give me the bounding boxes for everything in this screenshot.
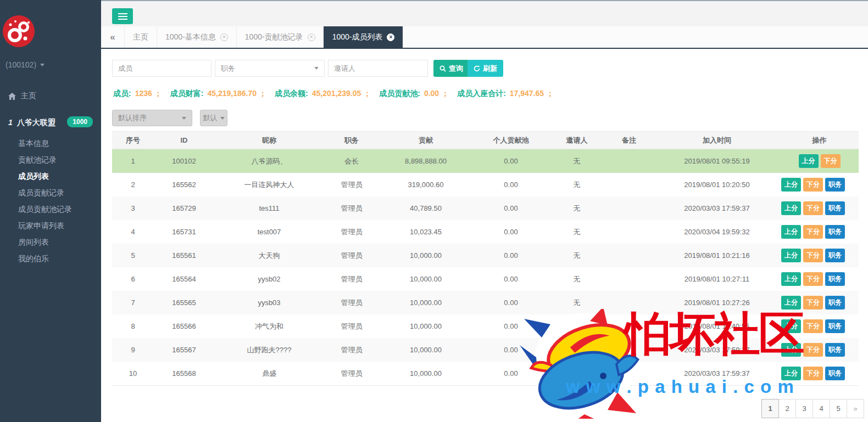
cell-personal-pool: 0.00	[472, 181, 549, 189]
set-role-button[interactable]: 职务	[825, 249, 845, 262]
sidebar-item[interactable]: 基本信息	[0, 135, 101, 151]
stat-separator: ；	[441, 89, 449, 98]
menu-toggle-button[interactable]	[112, 8, 133, 24]
column-header: 加入时间	[654, 136, 780, 145]
cell-actions: 上分下分职务踢出	[780, 367, 859, 380]
page-button[interactable]: 3	[796, 399, 813, 418]
user-id-dropdown[interactable]: (100102)	[5, 60, 44, 69]
page-button[interactable]: 1	[761, 399, 779, 418]
tab-label: 1000-成员列表	[332, 32, 383, 42]
deduct-score-button[interactable]: 下分	[803, 319, 823, 333]
cell-personal-pool: 0.00	[472, 299, 549, 307]
stat-value: 45,219,186.70	[208, 89, 257, 98]
add-score-button[interactable]: 上分	[781, 319, 801, 333]
cell-contribution: 10,000.00	[379, 275, 472, 283]
deduct-score-button[interactable]: 下分	[803, 343, 823, 357]
next-page-button[interactable]: »	[847, 399, 864, 418]
cell-personal-pool: 0.00	[472, 157, 549, 165]
sort-order-button[interactable]: 默认	[200, 110, 227, 126]
add-score-button[interactable]: 上分	[781, 343, 801, 357]
add-score-button[interactable]: 上分	[781, 367, 801, 380]
set-role-button[interactable]: 职务	[825, 178, 845, 192]
stat-label: 成员贡献池:	[379, 89, 420, 98]
tab[interactable]: 1000-基本信息×	[157, 26, 236, 48]
cell-role: 管理员	[324, 180, 379, 190]
search-button[interactable]: 查询	[433, 60, 469, 77]
tab-close-icon[interactable]: ×	[220, 33, 228, 41]
home-icon	[8, 93, 16, 100]
sidebar-item[interactable]: 房间列表	[0, 234, 101, 250]
tab[interactable]: 1000-贡献池记录×	[236, 26, 324, 48]
sidebar-item-home[interactable]: 主页	[8, 91, 36, 101]
deduct-score-button[interactable]: 下分	[803, 225, 823, 239]
sidebar-menu: 基本信息贡献池记录成员列表成员贡献记录成员贡献池记录玩家申请列表房间列表我的伯乐	[0, 135, 101, 267]
deduct-score-button[interactable]: 下分	[821, 154, 841, 168]
deduct-score-button[interactable]: 下分	[803, 249, 823, 262]
add-score-button[interactable]: 上分	[781, 178, 801, 192]
set-role-button[interactable]: 职务	[825, 319, 845, 333]
member-search-input[interactable]	[112, 60, 212, 77]
role-select[interactable]: 职务	[215, 60, 325, 77]
set-role-button[interactable]: 职务	[825, 225, 845, 239]
set-role-button[interactable]: 职务	[825, 367, 845, 380]
cell-index: 1	[112, 157, 154, 165]
cell-id: 165564	[154, 275, 214, 283]
stat-separator: ；	[259, 89, 266, 98]
add-score-button[interactable]: 上分	[781, 296, 801, 310]
tab-close-icon[interactable]: ×	[387, 33, 394, 41]
sidebar-item[interactable]: 贡献池记录	[0, 151, 101, 168]
stat-label: 成员:	[113, 89, 131, 98]
sort-select[interactable]: 默认排序	[112, 110, 192, 126]
member-table: 序号ID昵称职务贡献个人贡献池邀请人备注加入时间操作 1100102八爷源码、会…	[112, 131, 859, 386]
page-button[interactable]: 4	[813, 399, 830, 418]
add-score-button[interactable]: 上分	[781, 249, 801, 262]
inviter-search-input[interactable]	[328, 60, 428, 77]
refresh-button[interactable]: 刷新	[468, 60, 503, 77]
add-score-button[interactable]: 上分	[799, 154, 819, 168]
set-role-button[interactable]: 职务	[825, 343, 845, 357]
tab-close-icon[interactable]: ×	[308, 33, 315, 41]
cell-id: 165566	[154, 322, 214, 330]
deduct-score-button[interactable]: 下分	[803, 296, 823, 310]
sidebar-item[interactable]: 成员列表	[0, 168, 101, 184]
cell-personal-pool: 0.00	[472, 369, 549, 378]
deduct-score-button[interactable]: 下分	[803, 178, 823, 192]
cell-index: 7	[112, 299, 154, 307]
set-role-button[interactable]: 职务	[825, 201, 845, 215]
cell-inviter: 无	[549, 274, 604, 284]
set-role-button[interactable]: 职务	[825, 272, 845, 286]
cell-nickname: 一目连风神大人	[214, 180, 324, 190]
stat-separator: ；	[363, 89, 371, 98]
set-role-button[interactable]: 职务	[825, 296, 845, 310]
cell-contribution: 40,789.50	[379, 204, 472, 212]
table-row: 8165566冲气为和管理员10,000.000.00无2019/08/01 1…	[112, 314, 859, 338]
sidebar-group-alliance[interactable]: 1八爷大联盟 1000	[8, 118, 94, 128]
stat-value: 17,947.65	[510, 89, 544, 98]
sidebar-item[interactable]: 成员贡献记录	[0, 184, 101, 201]
deduct-score-button[interactable]: 下分	[803, 272, 823, 286]
cell-index: 6	[112, 275, 154, 283]
cell-inviter: 无	[549, 251, 604, 261]
add-score-button[interactable]: 上分	[781, 272, 801, 286]
hamburger-icon	[118, 13, 127, 14]
deduct-score-button[interactable]: 下分	[803, 201, 823, 215]
column-header: 职务	[324, 136, 379, 145]
sidebar-item[interactable]: 玩家申请列表	[0, 217, 101, 234]
tab[interactable]: 1000-成员列表×	[324, 26, 403, 48]
add-score-button[interactable]: 上分	[781, 201, 801, 215]
cell-actions: 上分下分职务踢出	[780, 272, 859, 286]
collapse-tabs-icon[interactable]: «	[101, 26, 124, 48]
cell-join-time: 2019/08/01 10:20:50	[654, 181, 780, 189]
cell-contribution: 10,000.00	[379, 322, 472, 330]
table-row: 4165731test007管理员10,023.450.00无2020/03/0…	[112, 220, 859, 244]
sidebar-item[interactable]: 我的伯乐	[0, 250, 101, 267]
cell-join-time: 2019/08/01 11:40:55	[654, 322, 780, 330]
tab[interactable]: 主页	[124, 26, 157, 48]
add-score-button[interactable]: 上分	[781, 225, 801, 239]
page-button[interactable]: 5	[830, 399, 847, 418]
chevron-down-icon	[220, 117, 225, 120]
deduct-score-button[interactable]: 下分	[803, 367, 823, 380]
page-button[interactable]: 2	[779, 399, 796, 418]
refresh-icon	[474, 65, 480, 72]
sidebar-item[interactable]: 成员贡献池记录	[0, 201, 101, 217]
